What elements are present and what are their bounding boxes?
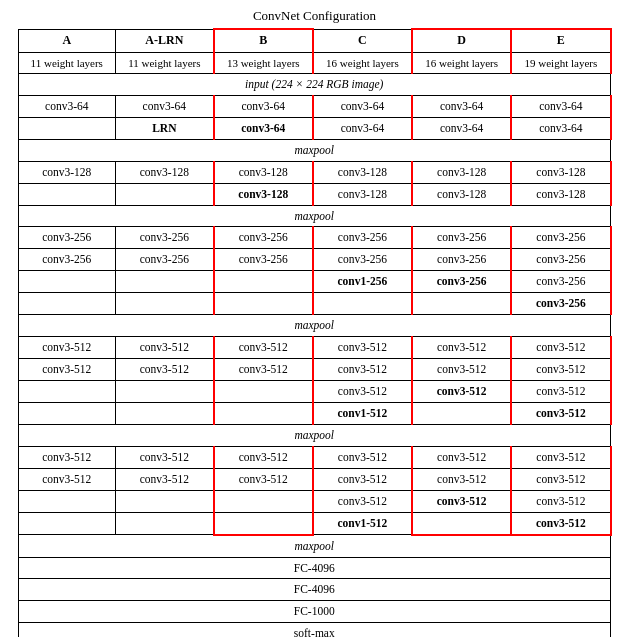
table-title: ConvNet Configuration bbox=[18, 8, 612, 24]
section2-row2: conv3-128 conv3-128 conv3-128 conv3-128 bbox=[18, 183, 611, 205]
fc3-row: FC-1000 bbox=[18, 601, 611, 623]
section5-row4: conv1-512 conv3-512 bbox=[18, 512, 611, 534]
col-a-header: A bbox=[18, 29, 116, 52]
col-e-header: E bbox=[511, 29, 610, 52]
input-label: input (224 × 224 RGB image) bbox=[18, 73, 611, 95]
fc1-row: FC-4096 bbox=[18, 557, 611, 579]
col-alrn-weight: 11 weight layers bbox=[116, 52, 214, 73]
weight-layers-row: 11 weight layers 11 weight layers 13 wei… bbox=[18, 52, 611, 73]
col-b-header: B bbox=[214, 29, 313, 52]
col-c-header: C bbox=[313, 29, 412, 52]
section1-row2: LRN conv3-64 conv3-64 conv3-64 conv3-64 bbox=[18, 117, 611, 139]
fc2-row: FC-4096 bbox=[18, 579, 611, 601]
column-header-row: A A-LRN B C D E bbox=[18, 29, 611, 52]
pool2-row: maxpool bbox=[18, 205, 611, 227]
col-alrn-header: A-LRN bbox=[116, 29, 214, 52]
pool4-row: maxpool bbox=[18, 424, 611, 446]
main-container: ConvNet Configuration A A-LRN B C D E 11… bbox=[10, 0, 620, 637]
section3-row1: conv3-256 conv3-256 conv3-256 conv3-256 … bbox=[18, 227, 611, 249]
section4-row1: conv3-512 conv3-512 conv3-512 conv3-512 … bbox=[18, 337, 611, 359]
col-c-weight: 16 weight layers bbox=[313, 52, 412, 73]
section4-row4: conv1-512 conv3-512 bbox=[18, 402, 611, 424]
col-a-weight: 11 weight layers bbox=[18, 52, 116, 73]
col-d-header: D bbox=[412, 29, 511, 52]
section5-row1: conv3-512 conv3-512 conv3-512 conv3-512 … bbox=[18, 446, 611, 468]
col-b-weight: 13 weight layers bbox=[214, 52, 313, 73]
section4-row2: conv3-512 conv3-512 conv3-512 conv3-512 … bbox=[18, 359, 611, 381]
section5-row3: conv3-512 conv3-512 conv3-512 bbox=[18, 490, 611, 512]
section3-row4: conv3-256 bbox=[18, 293, 611, 315]
section4-row3: conv3-512 conv3-512 conv3-512 bbox=[18, 381, 611, 403]
input-row: input (224 × 224 RGB image) bbox=[18, 73, 611, 95]
col-e-weight: 19 weight layers bbox=[511, 52, 610, 73]
section5-row2: conv3-512 conv3-512 conv3-512 conv3-512 … bbox=[18, 468, 611, 490]
pool1-row: maxpool bbox=[18, 139, 611, 161]
softmax-row: soft-max bbox=[18, 623, 611, 637]
pool3-row: maxpool bbox=[18, 315, 611, 337]
section3-row2: conv3-256 conv3-256 conv3-256 conv3-256 … bbox=[18, 249, 611, 271]
pool5-row: maxpool bbox=[18, 535, 611, 557]
section1-row1: conv3-64 conv3-64 conv3-64 conv3-64 conv… bbox=[18, 95, 611, 117]
section3-row3: conv1-256 conv3-256 conv3-256 bbox=[18, 271, 611, 293]
convnet-table: A A-LRN B C D E 11 weight layers 11 weig… bbox=[18, 28, 612, 637]
col-d-weight: 16 weight layers bbox=[412, 52, 511, 73]
section2-row1: conv3-128 conv3-128 conv3-128 conv3-128 … bbox=[18, 161, 611, 183]
